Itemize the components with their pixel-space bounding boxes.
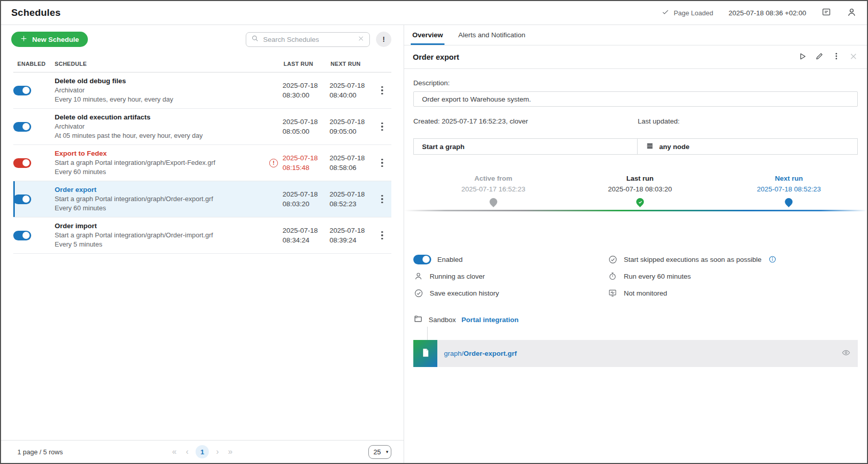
- last-run-cell: 2025-07-1808:05:00: [283, 117, 330, 136]
- description-value: Order export to Warehouse system.: [413, 91, 858, 107]
- next-run-cell: 2025-07-1808:58:06: [330, 153, 377, 173]
- close-detail-button[interactable]: [849, 52, 858, 63]
- row-menu-button[interactable]: [377, 119, 387, 134]
- table-row[interactable]: Delete old debug files Archivator Every …: [13, 72, 391, 109]
- run-now-button[interactable]: [797, 52, 807, 63]
- enabled-toggle[interactable]: [13, 158, 31, 168]
- row-menu-button[interactable]: [377, 228, 387, 243]
- tab-alerts-and-notification[interactable]: Alerts and Notification: [458, 25, 525, 45]
- pagination-summary: 1 page / 5 rows: [17, 448, 63, 456]
- schedule-subtitle: Start a graph Portal integration/graph/E…: [55, 158, 269, 168]
- schedule-subtitle: Start a graph Portal integration/graph/O…: [55, 231, 269, 240]
- table-row[interactable]: Order import Start a graph Portal integr…: [13, 217, 391, 254]
- page-status-label: Page Loaded: [674, 9, 713, 17]
- more-actions-button[interactable]: [832, 52, 841, 62]
- pagination-bar: 1 page / 5 rows « ‹ 1 › » 25: [1, 440, 404, 463]
- schedule-subtitle: Start a graph Portal integration/graph/O…: [55, 194, 269, 204]
- current-page[interactable]: 1: [196, 445, 209, 458]
- gray-pin-icon: [488, 197, 499, 207]
- next-run-cell: 2025-07-1808:52:23: [330, 189, 377, 209]
- check-icon: [662, 8, 669, 17]
- row-menu-button[interactable]: [377, 83, 387, 98]
- sandbox-link[interactable]: Portal integration: [461, 316, 519, 324]
- column-header-enabled: ENABLED: [13, 61, 55, 67]
- table-row-selected[interactable]: Order export Start a graph Portal integr…: [13, 181, 391, 217]
- schedule-recurrence: Every 10 minutes, every hour, every day: [55, 95, 269, 105]
- first-page-button[interactable]: «: [170, 447, 179, 457]
- chevrons-left-icon: «: [172, 447, 177, 456]
- clear-search-button[interactable]: [357, 35, 365, 44]
- preview-graph-button[interactable]: [841, 348, 851, 359]
- next-run-cell: 2025-07-1808:40:00: [330, 81, 377, 100]
- new-schedule-button[interactable]: New Schedule: [11, 32, 88, 47]
- chevrons-right-icon: »: [228, 447, 232, 456]
- comment-icon: [822, 7, 831, 18]
- detail-title: Order export: [413, 53, 459, 61]
- graph-file-link[interactable]: graph/Order-export.grf: [444, 350, 517, 357]
- last-run-cell: 2025-07-1808:15:48: [283, 153, 330, 173]
- graph-file-badge: [413, 340, 437, 367]
- enabled-toggle[interactable]: [13, 194, 31, 204]
- graph-file-row[interactable]: graph/Order-export.grf: [413, 340, 858, 367]
- user-menu-button[interactable]: [847, 7, 857, 19]
- tab-overview[interactable]: Overview: [412, 25, 443, 45]
- schedule-subtitle: Archivator: [55, 86, 269, 95]
- next-run-cell: 2025-07-1809:05:00: [330, 117, 377, 136]
- schedule-title: Delete old execution artifacts: [55, 113, 269, 122]
- row-menu-button[interactable]: [377, 192, 387, 207]
- next-page-button[interactable]: ›: [214, 447, 221, 457]
- schedules-list-panel: New Schedule ! ENABLED SCHEDULE LAST RUN…: [1, 25, 404, 463]
- timeline-last-run: Last run 2025-07-18 08:03:20: [608, 174, 672, 206]
- last-updated-label: Last updated:: [638, 117, 679, 125]
- last-run-cell: 2025-07-1808:30:00: [283, 81, 330, 100]
- page-title: Schedules: [11, 7, 61, 18]
- document-icon: [420, 348, 431, 360]
- success-pin-icon: [635, 197, 645, 207]
- stopwatch-icon: [607, 272, 618, 281]
- check-circle-icon: [413, 288, 424, 298]
- edit-button[interactable]: [815, 52, 824, 62]
- enabled-toggle[interactable]: [13, 86, 31, 95]
- created-label: Created: 2025-07-17 16:52:23, clover: [413, 117, 638, 125]
- node-cell: any node: [638, 139, 697, 154]
- timeline-next-run: Next run 2025-07-18 08:52:23: [757, 174, 820, 206]
- previous-page-button[interactable]: ‹: [184, 447, 191, 457]
- search-icon: [251, 34, 259, 44]
- eye-icon: [841, 348, 851, 359]
- search-input[interactable]: [263, 36, 353, 43]
- job-type-label: Start a graph: [422, 143, 464, 151]
- kebab-icon: [832, 52, 841, 62]
- detail-header: Order export: [404, 45, 867, 69]
- graph-file-name: Order-export.grf: [463, 350, 517, 357]
- close-icon: [849, 52, 858, 63]
- next-run-cell: 2025-07-1808:39:24: [330, 226, 377, 245]
- chevron-right-icon: ›: [216, 447, 219, 456]
- page-size-select-wrap: 25: [368, 445, 391, 459]
- last-page-button[interactable]: »: [226, 447, 234, 457]
- schedule-properties: Enabled Start skipped executions as soon…: [413, 254, 858, 299]
- enabled-toggle[interactable]: [13, 231, 31, 240]
- feedback-button[interactable]: [822, 7, 831, 18]
- page-size-select[interactable]: 25: [368, 445, 391, 459]
- pager: « ‹ 1 › »: [170, 445, 234, 458]
- info-icon[interactable]: [768, 255, 777, 263]
- detail-enabled-toggle[interactable]: [413, 255, 431, 264]
- table-row[interactable]: Export to Fedex Start a graph Portal int…: [13, 145, 391, 181]
- schedule-timeline: Active from 2025-07-17 16:52:23 Last run…: [413, 174, 858, 212]
- schedule-recurrence: Every 5 minutes: [55, 240, 269, 250]
- main-body: New Schedule ! ENABLED SCHEDULE LAST RUN…: [1, 25, 867, 463]
- schedule-subtitle: Archivator: [55, 122, 269, 132]
- property-run-every: Run every 60 minutes: [607, 271, 858, 282]
- sandbox-row: Sandbox Portal integration: [413, 314, 858, 325]
- schedule-rows: Delete old debug files Archivator Every …: [13, 72, 391, 254]
- column-header-schedule: SCHEDULE: [55, 61, 269, 67]
- row-menu-button[interactable]: [377, 156, 387, 170]
- table-row[interactable]: Delete old execution artifacts Archivato…: [13, 109, 391, 145]
- server-time: 2025-07-18 08:36 +02:00: [729, 9, 806, 17]
- schedule-recurrence: At 05 minutes past the hour, every hour,…: [55, 131, 269, 141]
- schedule-recurrence: Every 60 minutes: [55, 167, 269, 177]
- enabled-toggle[interactable]: [13, 122, 31, 132]
- job-type-cell: Start a graph: [414, 139, 638, 154]
- alerts-toggle-button[interactable]: !: [376, 32, 391, 47]
- detail-actions: [797, 52, 858, 63]
